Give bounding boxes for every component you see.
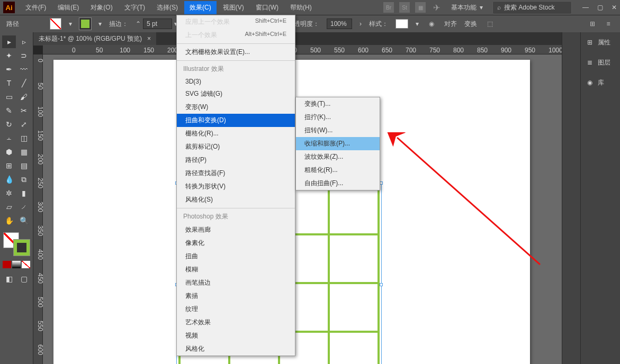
sub-pucker-bloat[interactable]: 收缩和膨胀(P)... — [296, 137, 380, 150]
none-mode-icon[interactable] — [22, 261, 30, 268]
dd-path[interactable]: 路径(P) — [177, 153, 295, 167]
selection-tool[interactable]: ▸ — [2, 35, 16, 48]
gpu-icon[interactable]: ✈ — [431, 2, 442, 13]
opacity-input[interactable]: 100% — [327, 19, 352, 29]
dd-stylize-il[interactable]: 风格化(S) — [177, 193, 295, 206]
dd-blur[interactable]: 模糊 — [177, 263, 295, 276]
dd-pathfinder[interactable]: 路径查找器(F) — [177, 167, 295, 180]
stroke-swatch[interactable] — [79, 18, 91, 30]
tab-close-icon[interactable]: × — [147, 35, 151, 42]
dd-rasterize[interactable]: 栅格化(R)... — [177, 127, 295, 140]
menu-select[interactable]: 选择(S) — [151, 1, 183, 14]
free-transform-tool[interactable]: ◫ — [17, 132, 31, 144]
dd-distort-transform[interactable]: 扭曲和变换(D) — [177, 114, 295, 127]
menu-effect[interactable]: 效果(C) — [184, 1, 217, 14]
rectangle-tool[interactable]: ▭ — [2, 90, 16, 103]
sub-zigzag[interactable]: 波纹效果(Z)... — [296, 150, 380, 163]
direct-selection-tool[interactable]: ▹ — [17, 35, 31, 48]
maximize-icon[interactable]: ▢ — [597, 4, 603, 11]
dd-artistic[interactable]: 艺术效果 — [177, 316, 295, 329]
menu-help[interactable]: 帮助(H) — [285, 1, 317, 14]
dd-effect-gallery[interactable]: 效果画廊 — [177, 223, 295, 236]
shaper-tool[interactable]: ✎ — [2, 104, 16, 117]
eyedropper-tool[interactable]: 💧 — [2, 173, 16, 186]
sub-roughen[interactable]: 粗糙化(R)... — [296, 163, 380, 177]
properties-panel-tab[interactable]: ⊞属性 — [583, 35, 618, 49]
graph-tool[interactable]: ▮ — [17, 187, 31, 199]
minimize-icon[interactable]: — — [582, 4, 589, 11]
transform-label[interactable]: 变换 — [464, 20, 477, 29]
dd-video[interactable]: 视频 — [177, 329, 295, 342]
dd-distort-ps[interactable]: 扭曲 — [177, 250, 295, 263]
mesh-tool[interactable]: ⊞ — [2, 159, 16, 172]
panel-collapse-bar[interactable] — [562, 32, 580, 364]
symbol-sprayer-tool[interactable]: ✲ — [2, 187, 16, 199]
menu-type[interactable]: 文字(T) — [119, 1, 150, 14]
hand-tool[interactable]: ✋ — [2, 214, 16, 227]
align-label[interactable]: 对齐 — [444, 20, 457, 29]
menu-object[interactable]: 对象(O) — [85, 1, 118, 14]
pen-tool[interactable]: ✒ — [2, 63, 16, 76]
menu-file[interactable]: 文件(F) — [20, 1, 51, 14]
perspective-tool[interactable]: ▦ — [17, 145, 31, 158]
dd-convert-shape[interactable]: 转换为形状(V) — [177, 180, 295, 193]
sub-tweak[interactable]: 扭拧(K)... — [296, 111, 380, 124]
search-input[interactable]: ⌕搜索 Adobe Stock — [492, 1, 572, 14]
ob-more-icon[interactable]: ≡ — [603, 19, 614, 29]
ob-settings-icon[interactable]: ⊞ — [587, 19, 598, 29]
style-swatch[interactable] — [396, 19, 408, 29]
dd-last-effect[interactable]: 上一个效果Alt+Shift+Ctrl+E — [177, 29, 295, 42]
paintbrush-tool[interactable]: 🖌 — [17, 90, 31, 103]
dd-sketch[interactable]: 素描 — [177, 289, 295, 303]
close-icon[interactable]: ✕ — [612, 4, 617, 11]
screen-mode-icon[interactable]: ▢ — [17, 272, 31, 285]
arrange-icon[interactable]: ▦ — [415, 2, 426, 13]
stroke-width-input[interactable]: 5 pt — [143, 19, 172, 29]
shape-builder-tool[interactable]: ⬢ — [2, 145, 16, 158]
bridge-icon[interactable]: Br — [383, 2, 394, 13]
dd-apply-last[interactable]: 应用上一个效果Shift+Ctrl+E — [177, 15, 295, 29]
workspace-selector[interactable]: 基本功能▾ — [447, 3, 487, 12]
libraries-panel-tab[interactable]: ◉库 — [583, 76, 618, 89]
dd-pixelate[interactable]: 像素化 — [177, 236, 295, 250]
recolor-icon[interactable]: ◉ — [426, 19, 437, 29]
menu-view[interactable]: 视图(V) — [218, 1, 249, 14]
layers-panel-tab[interactable]: ≣图层 — [583, 56, 618, 69]
color-mode-icon[interactable] — [3, 261, 11, 268]
stock-icon[interactable]: St — [399, 2, 410, 13]
stroke-decrease-icon[interactable]: ⌃ — [136, 20, 141, 28]
dd-warp[interactable]: 变形(W) — [177, 101, 295, 114]
dd-3d[interactable]: 3D(3) — [177, 76, 295, 87]
sub-twist[interactable]: 扭转(W)... — [296, 124, 380, 137]
menu-window[interactable]: 窗口(W) — [250, 1, 284, 14]
doc-tab-item[interactable]: 未标题-1* @ 100% (RGB/GPU 预览)× — [33, 32, 156, 46]
gradient-mode-icon[interactable] — [12, 261, 21, 268]
blend-tool[interactable]: ⧉ — [17, 173, 31, 186]
dd-texture[interactable]: 纹理 — [177, 303, 295, 316]
isolate-icon[interactable]: ⬚ — [484, 19, 495, 29]
curvature-tool[interactable]: 〰 — [17, 63, 31, 76]
rotate-tool[interactable]: ↻ — [2, 118, 16, 131]
magic-wand-tool[interactable]: ✦ — [2, 49, 16, 62]
dd-stylize-ps[interactable]: 风格化 — [177, 342, 295, 356]
dd-brush-strokes[interactable]: 画笔描边 — [177, 276, 295, 289]
zoom-tool[interactable]: 🔍 — [17, 214, 31, 227]
fill-stroke-swatches[interactable] — [3, 232, 30, 256]
dd-svg-filters[interactable]: SVG 滤镜(G) — [177, 87, 295, 101]
line-tool[interactable]: ╱ — [17, 77, 31, 89]
sub-free-distort[interactable]: 自由扭曲(F)... — [296, 177, 380, 190]
slice-tool[interactable]: ⟋ — [17, 201, 31, 213]
width-tool[interactable]: ⫠ — [2, 132, 16, 144]
dd-crop-marks[interactable]: 裁剪标记(O) — [177, 140, 295, 153]
sub-transform[interactable]: 变换(T)... — [296, 97, 380, 111]
artboard-tool[interactable]: ▱ — [2, 201, 16, 213]
stroke-color-icon[interactable] — [14, 240, 30, 256]
gradient-tool[interactable]: ▤ — [17, 159, 31, 172]
type-tool[interactable]: T — [2, 77, 16, 89]
scale-tool[interactable]: ⤢ — [17, 118, 31, 131]
lasso-tool[interactable]: ⊃ — [17, 49, 31, 62]
dd-doc-raster[interactable]: 文档栅格效果设置(E)... — [177, 46, 295, 59]
menu-edit[interactable]: 编辑(E) — [52, 1, 84, 14]
draw-mode-icon[interactable]: ◧ — [2, 272, 16, 285]
eraser-tool[interactable]: ✂ — [17, 104, 31, 117]
